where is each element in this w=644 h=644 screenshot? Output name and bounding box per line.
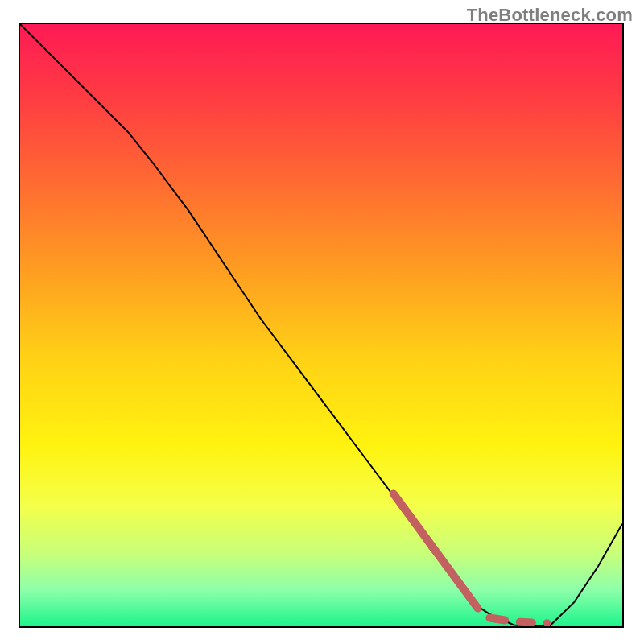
- chart-stage: TheBottleneck.com: [0, 0, 644, 644]
- highlight-segment: [394, 493, 478, 608]
- highlight-segment: [520, 622, 532, 623]
- plot-area: [19, 23, 624, 628]
- overlay-svg: [20, 24, 622, 626]
- recommended-range-marker: [394, 493, 547, 623]
- highlight-segment: [489, 618, 505, 621]
- bottleneck-curve: [20, 24, 622, 625]
